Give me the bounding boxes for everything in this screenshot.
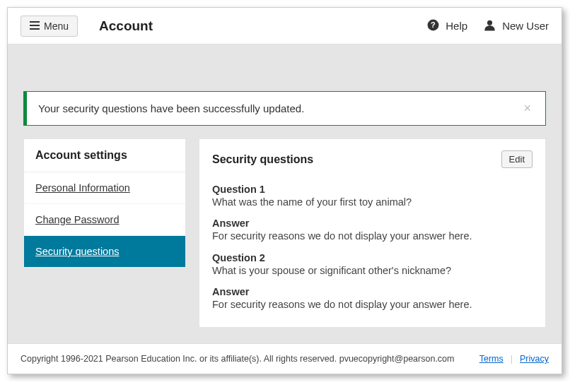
svg-text:?: ? bbox=[431, 20, 436, 29]
help-link[interactable]: ? Help bbox=[426, 18, 467, 34]
footer-separator: | bbox=[511, 354, 513, 364]
copyright-text: Copyright 1996-2021 Pearson Education In… bbox=[21, 354, 472, 364]
question-1-label: Question 1 bbox=[212, 184, 533, 195]
hamburger-icon bbox=[30, 20, 40, 32]
sidebar-item-security-questions[interactable]: Security questions bbox=[24, 236, 185, 267]
content-panel: Security questions Edit Question 1 What … bbox=[199, 138, 546, 328]
terms-link[interactable]: Terms bbox=[479, 354, 504, 364]
question-1-text: What was the name of your first toy anim… bbox=[212, 195, 533, 209]
user-label: New User bbox=[502, 20, 549, 32]
header: Menu Account ? Help New User bbox=[8, 8, 562, 44]
sidebar-item-label: Security questions bbox=[35, 246, 119, 257]
answer-1-text: For security reasons we do not display y… bbox=[212, 229, 533, 243]
privacy-link[interactable]: Privacy bbox=[520, 354, 549, 364]
app-window: Menu Account ? Help New User Your securi… bbox=[7, 7, 562, 374]
question-2-text: What is your spouse or significant other… bbox=[212, 263, 533, 278]
sidebar-item-label: Change Password bbox=[35, 214, 120, 225]
sidebar-item-change-password[interactable]: Change Password bbox=[24, 204, 185, 236]
sidebar: Account settings Personal Information Ch… bbox=[23, 138, 186, 268]
edit-button[interactable]: Edit bbox=[501, 150, 533, 168]
close-icon[interactable]: × bbox=[520, 101, 534, 116]
sidebar-item-label: Personal Information bbox=[35, 182, 130, 194]
success-alert: Your security questions have been succes… bbox=[23, 91, 546, 126]
sidebar-item-personal-information[interactable]: Personal Information bbox=[24, 172, 185, 204]
user-link[interactable]: New User bbox=[483, 18, 549, 34]
answer-2-label: Answer bbox=[212, 286, 533, 297]
edit-label: Edit bbox=[509, 154, 525, 165]
help-icon: ? bbox=[426, 18, 440, 34]
content-title: Security questions bbox=[212, 153, 313, 166]
svg-point-2 bbox=[487, 20, 492, 25]
answer-1-label: Answer bbox=[212, 218, 533, 229]
menu-button[interactable]: Menu bbox=[21, 16, 78, 37]
columns: Account settings Personal Information Ch… bbox=[23, 138, 546, 328]
question-2-label: Question 2 bbox=[212, 252, 533, 263]
menu-label: Menu bbox=[44, 20, 69, 32]
body: Your security questions have been succes… bbox=[8, 44, 562, 343]
user-icon bbox=[483, 18, 496, 34]
footer: Copyright 1996-2021 Pearson Education In… bbox=[8, 343, 562, 374]
help-label: Help bbox=[446, 20, 467, 32]
sidebar-title: Account settings bbox=[24, 139, 185, 172]
page-title: Account bbox=[99, 18, 153, 34]
answer-2-text: For security reasons we do not display y… bbox=[212, 297, 533, 311]
alert-text: Your security questions have been succes… bbox=[38, 102, 520, 114]
content-header: Security questions Edit bbox=[212, 150, 533, 168]
